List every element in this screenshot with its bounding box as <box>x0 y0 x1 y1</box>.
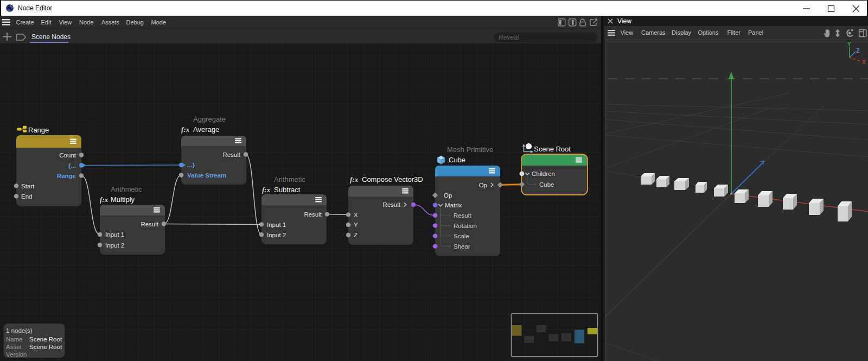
svg-text:Input 2: Input 2 <box>267 232 286 238</box>
svg-text:Matrix: Matrix <box>445 202 462 208</box>
svg-text:Result: Result <box>382 201 400 208</box>
svg-text:Input 1: Input 1 <box>267 221 286 228</box>
svg-text:f:x: f:x <box>100 195 108 204</box>
svg-text:End: End <box>21 193 32 200</box>
svg-text:Scene Root: Scene Root <box>29 344 62 350</box>
svg-text:Result: Result <box>222 151 240 158</box>
svg-text:Rotation: Rotation <box>454 223 477 229</box>
svg-text:Name: Name <box>6 336 23 343</box>
svg-text:Scene Root: Scene Root <box>29 336 62 343</box>
svg-text:f:x: f:x <box>350 175 359 183</box>
svg-text:Range: Range <box>28 126 49 134</box>
svg-text:Cube: Cube <box>449 156 465 164</box>
svg-text:Result: Result <box>454 212 471 219</box>
svg-text:1 node(s): 1 node(s) <box>6 327 33 334</box>
svg-text:Op: Op <box>444 192 452 199</box>
svg-text:Arithmetic: Arithmetic <box>274 175 305 183</box>
svg-text:Count: Count <box>59 152 76 159</box>
svg-text:Input 2: Input 2 <box>105 242 124 249</box>
svg-text:Input 1: Input 1 <box>105 231 124 238</box>
svg-text:Start: Start <box>21 183 35 189</box>
svg-text:Children: Children <box>532 170 555 177</box>
svg-text:Scene Root: Scene Root <box>534 145 571 153</box>
svg-text:Value Stream: Value Stream <box>187 172 226 179</box>
svg-text:Op: Op <box>479 182 487 188</box>
svg-text:Range: Range <box>57 173 76 179</box>
svg-text:Z: Z <box>354 232 358 238</box>
svg-text:Result: Result <box>141 221 158 227</box>
svg-text:Subtract: Subtract <box>274 186 301 194</box>
svg-text:Aggregate: Aggregate <box>193 115 226 123</box>
svg-text:X: X <box>862 59 866 65</box>
svg-text:Mesh Primitive: Mesh Primitive <box>447 145 493 154</box>
svg-text:Version: Version <box>6 351 27 358</box>
svg-text:f:x: f:x <box>262 186 271 194</box>
svg-text:Y: Y <box>847 41 851 47</box>
svg-text:Scale: Scale <box>454 233 469 239</box>
svg-text:Compose Vector3D: Compose Vector3D <box>362 175 423 183</box>
svg-text:Y: Y <box>354 221 358 228</box>
svg-text:X: X <box>354 212 358 218</box>
svg-text:Arithmetic: Arithmetic <box>111 185 142 193</box>
svg-text:Asset: Asset <box>6 344 22 350</box>
svg-text:{...: {... <box>68 162 76 169</box>
svg-text:Multiply: Multiply <box>111 195 135 204</box>
svg-text:Shear: Shear <box>454 243 470 250</box>
svg-text:Z: Z <box>857 48 860 54</box>
svg-text:Cube: Cube <box>539 181 554 188</box>
svg-text:...}: ...} <box>187 162 195 168</box>
svg-text:f:x: f:x <box>181 125 190 134</box>
svg-text:Average: Average <box>193 125 219 134</box>
svg-text:Result: Result <box>304 211 322 218</box>
